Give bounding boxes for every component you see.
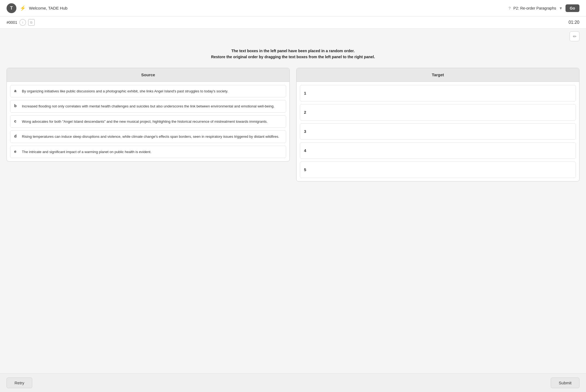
source-item-text: Wong advocates for both "Angel Island de… — [22, 119, 268, 124]
source-item-text: Rising temperatures can induce sleep dis… — [22, 134, 279, 139]
go-button[interactable]: Go — [566, 4, 579, 12]
instruction-line2: Restore the original order by dragging t… — [7, 54, 579, 60]
panels: Source a By organizing initiatives like … — [7, 68, 579, 182]
pencil-icon: ✏ — [573, 34, 576, 39]
toolbar: ✏ — [0, 29, 586, 41]
target-panel-body: 1 2 3 4 5 — [297, 82, 579, 181]
source-item-label: d — [14, 134, 19, 138]
header-left: T ⚡ Welcome, TADE Hub — [7, 3, 68, 13]
source-item[interactable]: e The intricate and significant impact o… — [10, 146, 286, 158]
target-item-number: 4 — [304, 148, 306, 153]
target-item[interactable]: 3 — [300, 123, 576, 140]
target-item-number: 2 — [304, 110, 306, 115]
source-panel: Source a By organizing initiatives like … — [7, 68, 290, 162]
item-id-text: #0001 — [7, 20, 17, 25]
retry-button[interactable]: Retry — [7, 378, 32, 388]
submit-button[interactable]: Submit — [551, 378, 579, 388]
instructions: The text boxes in the left panel have be… — [7, 48, 579, 60]
help-icon: ? — [508, 6, 511, 10]
target-item-number: 5 — [304, 167, 306, 172]
header-right: ? P2: Re-order Paragraphs ▼ Go — [508, 4, 579, 12]
avatar: T — [7, 3, 16, 13]
source-panel-body: a By organizing initiatives like public … — [7, 82, 289, 162]
source-item-text: The intricate and significant impact of … — [22, 149, 151, 155]
source-item[interactable]: c Wong advocates for both "Angel Island … — [10, 115, 286, 128]
lightning-icon: ⚡ — [20, 5, 26, 11]
target-item[interactable]: 4 — [300, 142, 576, 159]
target-item[interactable]: 5 — [300, 162, 576, 178]
info-icon-button[interactable]: i — [19, 19, 26, 26]
target-item-number: 3 — [304, 129, 306, 134]
avatar-letter: T — [10, 6, 13, 11]
source-item[interactable]: b Increased flooding not only correlates… — [10, 100, 286, 113]
chevron-down-icon[interactable]: ▼ — [559, 6, 563, 10]
task-label: P2: Re-order Paragraphs — [513, 6, 556, 10]
target-item[interactable]: 1 — [300, 85, 576, 101]
source-item-label: c — [14, 119, 19, 123]
pencil-button[interactable]: ✏ — [570, 31, 579, 41]
sub-header: #0001 i ⧉ 01:20 — [0, 16, 586, 29]
target-item-number: 1 — [304, 91, 306, 95]
copy-icon-button[interactable]: ⧉ — [28, 19, 35, 26]
source-item-label: e — [14, 149, 19, 154]
header-title: Welcome, TADE Hub — [29, 6, 68, 10]
footer: Retry Submit — [0, 373, 586, 392]
source-item-text: Increased flooding not only correlates w… — [22, 104, 274, 109]
instruction-line1: The text boxes in the left panel have be… — [7, 48, 579, 54]
header: T ⚡ Welcome, TADE Hub ? P2: Re-order Par… — [0, 0, 586, 16]
source-item-label: a — [14, 89, 19, 93]
source-item[interactable]: d Rising temperatures can induce sleep d… — [10, 130, 286, 143]
source-item[interactable]: a By organizing initiatives like public … — [10, 85, 286, 98]
main-content: The text boxes in the left panel have be… — [0, 41, 586, 392]
source-item-text: By organizing initiatives like public di… — [22, 89, 228, 94]
source-panel-header: Source — [7, 68, 289, 82]
target-panel: Target 1 2 3 4 5 — [296, 68, 579, 182]
target-panel-header: Target — [297, 68, 579, 82]
timer: 01:20 — [569, 20, 579, 25]
target-item[interactable]: 2 — [300, 104, 576, 121]
item-id-area: #0001 i ⧉ — [7, 19, 35, 26]
source-item-label: b — [14, 104, 19, 108]
